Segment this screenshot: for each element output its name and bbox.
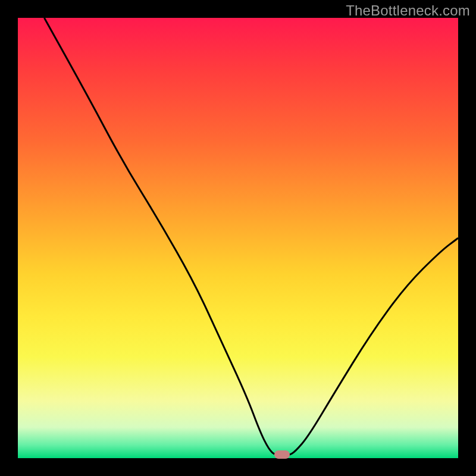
chart-curve xyxy=(18,18,458,458)
bottleneck-marker xyxy=(274,450,290,459)
chart-frame: TheBottleneck.com xyxy=(0,0,476,476)
watermark-text: TheBottleneck.com xyxy=(346,2,470,19)
chart-plot-area xyxy=(18,18,458,458)
